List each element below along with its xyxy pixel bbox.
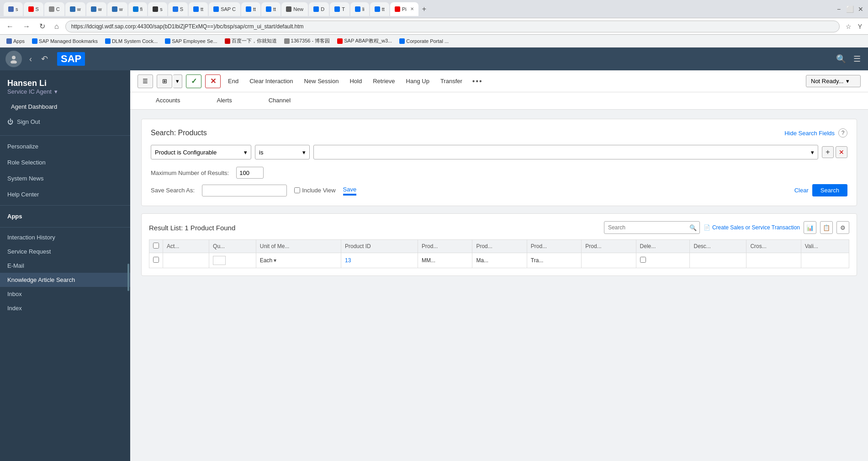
- clear-interaction-button[interactable]: Clear Interaction: [246, 76, 296, 86]
- browser-tab-t7[interactable]: fi: [128, 2, 148, 16]
- settings-button[interactable]: ⚙: [836, 221, 849, 234]
- browser-tab-t19[interactable]: Pi✕: [390, 2, 418, 16]
- include-view-checkbox[interactable]: [294, 187, 300, 193]
- browser-tab-t1[interactable]: s: [4, 2, 23, 16]
- browser-tab-t18[interactable]: tt: [370, 2, 389, 16]
- sidebar-item-inbox[interactable]: Inbox: [0, 287, 130, 301]
- maximize-button[interactable]: ⬜: [846, 5, 853, 13]
- save-link[interactable]: Save: [343, 186, 357, 195]
- results-search-input[interactable]: [604, 224, 687, 231]
- create-transaction-button[interactable]: 📄 Create Sales or Service Transaction: [704, 224, 800, 231]
- bookmark-item[interactable]: 百度一下，你就知道: [222, 37, 280, 45]
- browser-tab-t10[interactable]: tt: [189, 2, 208, 16]
- bookmark-item[interactable]: Apps: [4, 37, 27, 45]
- row-quantity-input[interactable]: [213, 256, 226, 265]
- browser-tab-t12[interactable]: tt: [241, 2, 260, 16]
- bookmark-item[interactable]: SAP ABAP教程_w3...: [334, 37, 395, 45]
- include-view-label[interactable]: Include View: [294, 187, 335, 194]
- bookmark-item[interactable]: Corporate Portal ...: [397, 37, 451, 45]
- sidebar-role[interactable]: Service IC Agent ▾: [7, 88, 123, 95]
- browser-tab-t11[interactable]: SAP C: [209, 2, 240, 16]
- browser-tab-t13[interactable]: tt: [261, 2, 281, 16]
- max-results-input[interactable]: [236, 167, 264, 179]
- tab-channel[interactable]: Channel: [250, 92, 309, 109]
- back-button[interactable]: ←: [4, 21, 16, 32]
- sidebar-scrollbar[interactable]: [127, 264, 129, 291]
- sidebar-item-role-selection[interactable]: Role Selection: [0, 154, 130, 170]
- chart-view-button[interactable]: 📊: [804, 221, 816, 234]
- hide-search-fields-link[interactable]: Hide Search Fields: [784, 130, 835, 137]
- sidebar-item-index[interactable]: Index: [0, 301, 130, 315]
- new-tab-button[interactable]: +: [419, 4, 429, 14]
- search-header-icon[interactable]: 🔍: [834, 52, 848, 66]
- product-id-link[interactable]: 13: [345, 257, 351, 264]
- export-button[interactable]: 📋: [820, 221, 833, 234]
- bookmark-icon[interactable]: ☆: [843, 22, 854, 31]
- filter-op-select[interactable]: is ▾: [255, 145, 310, 159]
- grid-view-button[interactable]: ⊞: [157, 74, 172, 88]
- tab-alerts[interactable]: Alerts: [198, 92, 250, 109]
- more-options-button[interactable]: •••: [470, 75, 486, 87]
- browser-tab-t2[interactable]: S: [24, 2, 43, 16]
- bookmark-item[interactable]: DLM System Cock...: [102, 37, 160, 45]
- confirm-button[interactable]: ✓: [186, 74, 201, 88]
- browser-tab-t5[interactable]: w: [86, 2, 106, 16]
- browser-tab-t8[interactable]: s: [148, 2, 167, 16]
- sidebar-item-system-news[interactable]: System News: [0, 170, 130, 186]
- row-delete-checkbox[interactable]: [640, 257, 646, 263]
- bookmark-item[interactable]: SAP Managed Bookmarks: [29, 37, 101, 45]
- new-session-button[interactable]: New Session: [301, 76, 343, 86]
- hang-up-button[interactable]: Hang Up: [402, 76, 433, 86]
- forward-button[interactable]: →: [20, 21, 33, 32]
- view-dropdown-arrow[interactable]: ▾: [173, 74, 182, 88]
- list-view-button[interactable]: ☰: [138, 74, 153, 88]
- browser-tab-t17[interactable]: li: [350, 2, 369, 16]
- browser-tab-t16[interactable]: T: [330, 2, 349, 16]
- sidebar-item-interaction-history[interactable]: Interaction History: [0, 230, 130, 244]
- sidebar-item-personalize[interactable]: Personalize: [0, 138, 130, 154]
- menu-header-icon[interactable]: ☰: [852, 52, 863, 66]
- add-filter-button[interactable]: +: [822, 146, 834, 158]
- browser-tab-t14[interactable]: New: [281, 2, 308, 16]
- hold-button[interactable]: Hold: [346, 76, 365, 86]
- user-avatar[interactable]: [5, 51, 22, 67]
- clear-search-button[interactable]: Clear: [794, 187, 809, 194]
- close-button[interactable]: ✕: [857, 5, 864, 13]
- sidebar-item-service-request[interactable]: Service Request: [0, 244, 130, 259]
- select-all-checkbox[interactable]: [153, 243, 159, 249]
- sidebar-item-sign-out[interactable]: ⏻ Sign Out: [0, 115, 130, 132]
- search-button[interactable]: Search: [812, 184, 847, 196]
- reload-button[interactable]: ↻: [37, 21, 48, 32]
- history-nav-button[interactable]: ↶: [39, 52, 50, 66]
- end-button[interactable]: End: [224, 76, 242, 86]
- retrieve-button[interactable]: Retrieve: [369, 76, 398, 86]
- bookmark-item[interactable]: SAP Employee Se...: [162, 37, 220, 45]
- help-icon[interactable]: ?: [838, 128, 847, 138]
- filter-field-select[interactable]: Product is Configurable ▾: [151, 145, 251, 159]
- sidebar-item-knowledge-article-search[interactable]: Knowledge Article Search: [0, 273, 130, 287]
- cancel-button[interactable]: ✕: [205, 74, 221, 88]
- sidebar-item-help-center[interactable]: Help Center: [0, 186, 130, 202]
- tab-accounts[interactable]: Accounts: [138, 92, 198, 109]
- sidebar-item-agent-dashboard[interactable]: Agent Dashboard: [0, 99, 130, 115]
- home-button[interactable]: ⌂: [52, 21, 62, 32]
- browser-tab-t6[interactable]: w: [107, 2, 127, 16]
- row-unit-dropdown-icon[interactable]: ▾: [274, 257, 276, 264]
- profile-icon[interactable]: Y: [856, 22, 864, 31]
- browser-tab-t15[interactable]: D: [309, 2, 329, 16]
- save-search-input[interactable]: [202, 185, 287, 196]
- browser-tab-t9[interactable]: S: [168, 2, 188, 16]
- back-nav-button[interactable]: ‹: [27, 53, 34, 66]
- remove-filter-button[interactable]: ✕: [836, 146, 847, 158]
- bookmark-item[interactable]: 1367356 - 博客园: [281, 37, 333, 45]
- minimize-button[interactable]: −: [835, 5, 842, 13]
- address-input[interactable]: [65, 21, 840, 32]
- sidebar-item-email[interactable]: E-Mail: [0, 259, 130, 273]
- browser-tab-t3[interactable]: C: [44, 2, 64, 16]
- transfer-button[interactable]: Transfer: [437, 76, 466, 86]
- browser-tab-t4[interactable]: w: [65, 2, 85, 16]
- row-checkbox[interactable]: [153, 257, 159, 263]
- filter-value-select[interactable]: ▾: [313, 145, 818, 159]
- status-dropdown[interactable]: Not Ready... ▾: [806, 75, 861, 87]
- tab-close-icon[interactable]: ✕: [410, 6, 414, 11]
